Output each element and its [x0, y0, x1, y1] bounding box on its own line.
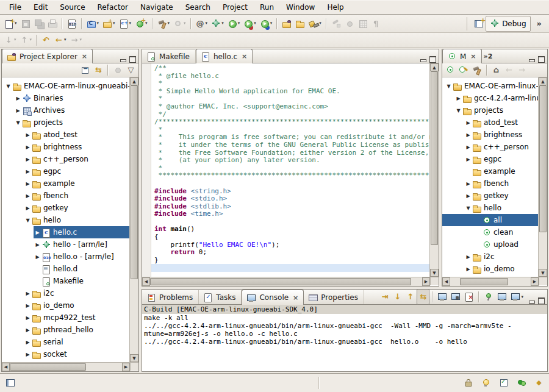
scroll-left-icon[interactable]: ◀	[442, 277, 450, 286]
profile-button[interactable]: ▾	[258, 16, 274, 32]
scrollbar-thumb[interactable]	[10, 363, 86, 371]
tree-item-i2c[interactable]: ▶i2c	[442, 251, 538, 263]
scrollbar-track[interactable]	[539, 85, 547, 269]
scroll-lock-button[interactable]	[449, 289, 462, 305]
tree-item-io-demo[interactable]: ▶io_demo	[2, 299, 129, 312]
pin-console-button[interactable]	[436, 289, 449, 305]
scrollbar-thumb[interactable]	[431, 71, 438, 245]
previous-console-button[interactable]: ↑	[404, 289, 417, 305]
scroll-right-icon[interactable]: ▶	[531, 277, 539, 286]
minimize-button[interactable]	[528, 55, 536, 63]
expander-icon[interactable]: ▶	[464, 157, 472, 162]
tree-item-socket[interactable]: ▶socket	[2, 348, 129, 360]
scrollbar-track[interactable]	[430, 71, 439, 269]
debug-button[interactable]: ▾	[209, 16, 226, 32]
scroll-down-icon[interactable]: ▼	[130, 354, 138, 362]
new-c-project-button[interactable]: ▾	[85, 16, 101, 32]
menu-file[interactable]: File	[4, 2, 27, 13]
close-icon[interactable]: ×	[241, 52, 248, 60]
search-button[interactable]: ▾	[307, 16, 323, 32]
scrollbar-thumb[interactable]	[539, 85, 547, 232]
tree-item-projects[interactable]: ▼projects	[2, 116, 129, 129]
secure-storage-icon[interactable]	[462, 375, 475, 391]
tree-item-gcc-4-2-4-arm-linu[interactable]: ▶gcc-4.2.4-arm-linu:	[442, 92, 538, 104]
tree-item-hello-d[interactable]: hello.d	[2, 263, 129, 275]
heap-status-icon[interactable]	[515, 375, 528, 391]
expander-icon[interactable]: ▶	[464, 266, 472, 272]
expander-icon[interactable]: ▶	[24, 169, 32, 174]
horizontal-scrollbar[interactable]: ◀ ▶	[142, 277, 430, 286]
tree-item-i2c[interactable]: ▶i2c	[2, 287, 129, 299]
tree-item-binaries[interactable]: ▶Binaries	[2, 92, 129, 104]
tree-item-makefile[interactable]: Makefile	[2, 275, 129, 287]
maximize-button[interactable]	[129, 55, 137, 63]
scroll-up-icon[interactable]: ▲	[130, 77, 138, 85]
close-icon[interactable]: ×	[470, 52, 476, 60]
tree-item-example[interactable]: example	[442, 165, 538, 177]
minimize-button[interactable]	[528, 297, 536, 304]
tree-item-egpc[interactable]: ▶egpc	[2, 165, 129, 177]
fast-view-button[interactable]	[4, 375, 17, 391]
vertical-scrollbar[interactable]: ▲ ▼	[538, 77, 547, 277]
tree-item-hello-o-arm-le[interactable]: ▶hello.o - [arm/le]	[2, 251, 129, 263]
new-make-target-button[interactable]	[443, 62, 457, 78]
tree-item-fbench[interactable]: ▶fbench	[442, 177, 538, 190]
expander-icon[interactable]: ▶	[464, 181, 472, 187]
tree-item-hello-arm-le[interactable]: ▶hello - [arm/le]	[2, 238, 129, 251]
tab-problems[interactable]: Problems	[142, 290, 199, 304]
scroll-left-icon[interactable]: ◀	[142, 277, 150, 286]
tree-item-brightness[interactable]: ▶brightness	[2, 141, 129, 153]
expander-icon[interactable]: ▶	[24, 352, 32, 357]
expander-icon[interactable]: ▶	[24, 193, 32, 199]
scrollbar-thumb[interactable]	[131, 85, 138, 279]
word-wrap-button[interactable]: ⇆	[417, 289, 429, 305]
expander-icon[interactable]: ▼	[4, 84, 12, 89]
open-project-button[interactable]	[280, 16, 293, 32]
tree-item-hello[interactable]: ▼hello	[442, 202, 538, 214]
tree-item-hello-c[interactable]: ▶hello.c	[2, 226, 129, 238]
tree-item-example[interactable]: ▶example	[2, 177, 129, 190]
tree-item-egpc[interactable]: ▶egpc	[442, 153, 538, 165]
scrollbar-track[interactable]	[10, 363, 122, 371]
minimize-button[interactable]	[419, 55, 427, 63]
display-selected-console-button[interactable]	[495, 289, 509, 305]
horizontal-scrollbar[interactable]: ◀ ▶	[2, 362, 130, 371]
tip-icon[interactable]	[479, 375, 493, 391]
menu-project[interactable]: Project	[217, 2, 253, 13]
tree-item-fbench[interactable]: ▶fbench	[2, 190, 129, 202]
scroll-up-icon[interactable]: ▲	[539, 77, 547, 85]
menu-refactor[interactable]: Refactor	[92, 2, 134, 13]
build-button[interactable]: ▾	[156, 16, 172, 32]
menu-navigate[interactable]: Navigate	[135, 2, 179, 13]
expander-icon[interactable]: ▶	[34, 254, 41, 260]
expander-icon[interactable]: ▶	[464, 120, 472, 126]
tree-item-getkey[interactable]: ▶getkey	[442, 190, 538, 202]
tab-project-explorer[interactable]: Project Explorer ×	[2, 49, 93, 63]
close-icon[interactable]: ×	[81, 52, 88, 60]
scroll-up-icon[interactable]: ▲	[430, 63, 439, 71]
expander-icon[interactable]: ▼	[14, 120, 22, 126]
menu-window[interactable]: Window	[281, 2, 320, 13]
expander-icon[interactable]: ▶	[14, 108, 22, 113]
show-console-when-output-button[interactable]: ⇥	[378, 289, 391, 305]
clear-console-button[interactable]	[462, 289, 476, 305]
run-button[interactable]: ▾	[226, 16, 242, 32]
tree-item-upload[interactable]: upload	[442, 238, 538, 251]
tree-item-brightness[interactable]: ▶brightness	[442, 129, 538, 141]
expander-icon[interactable]: ▶	[464, 132, 472, 138]
expander-icon[interactable]: ▶	[24, 291, 32, 296]
scroll-right-icon[interactable]: ▶	[422, 277, 430, 286]
close-icon[interactable]: ×	[292, 294, 299, 302]
expander-icon[interactable]: ▶	[24, 132, 32, 138]
tab-properties[interactable]: Properties	[304, 290, 364, 304]
expander-icon[interactable]: ▼	[464, 205, 472, 211]
horizontal-scrollbar[interactable]: ◀ ▶	[442, 277, 539, 286]
menu-help[interactable]: Help	[321, 2, 349, 13]
expander-icon[interactable]: ▶	[24, 303, 32, 308]
open-perspective-button[interactable]	[472, 16, 486, 32]
tab-console[interactable]: Console×	[242, 290, 304, 305]
expander-icon[interactable]: ▶	[24, 315, 32, 321]
run-last-tool-button[interactable]: ▾	[242, 16, 258, 32]
expander-icon[interactable]: ▼	[454, 108, 462, 113]
scroll-right-icon[interactable]: ▶	[122, 363, 130, 371]
